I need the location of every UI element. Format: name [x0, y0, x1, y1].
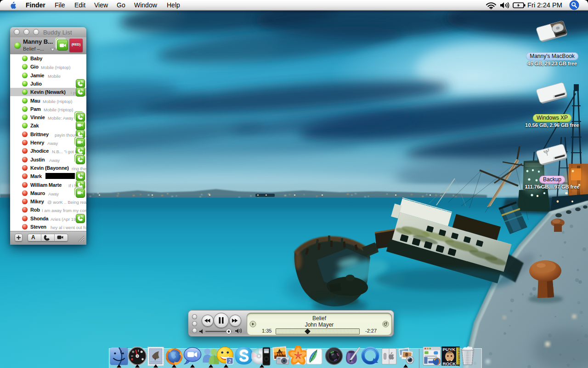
svg-text:2: 2	[228, 358, 231, 364]
